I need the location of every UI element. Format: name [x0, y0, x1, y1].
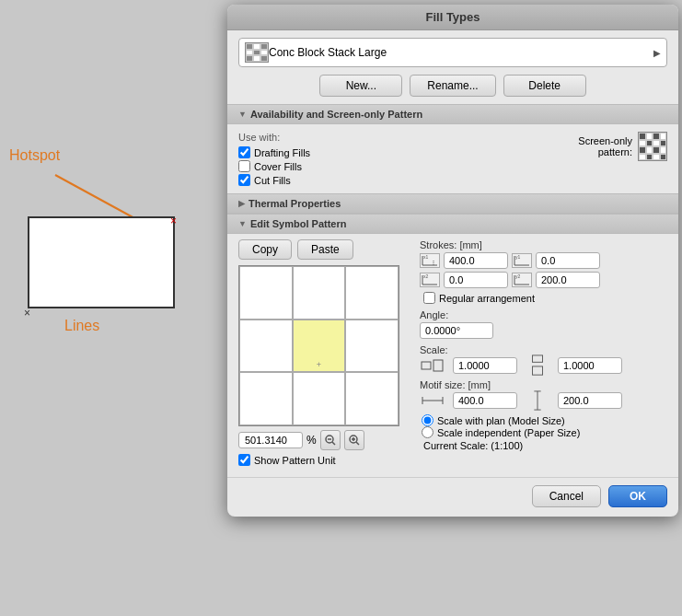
- angle-section: Angle:: [420, 309, 667, 339]
- x2-axis-icon: x2: [420, 273, 440, 287]
- rename-button[interactable]: Rename...: [410, 75, 495, 97]
- grid-cell-2-2[interactable]: [345, 372, 399, 425]
- pattern-selector[interactable]: Conc Block Stack Large ▶: [238, 38, 667, 67]
- zoom-in-button[interactable]: [344, 430, 364, 450]
- cancel-button[interactable]: Cancel: [532, 485, 601, 507]
- svg-text:x1: x1: [423, 254, 429, 260]
- grid-cell-1-2[interactable]: [345, 320, 399, 373]
- paper-size-label: Scale independent (Paper Size): [437, 427, 580, 438]
- strokes-x2-row: x2 y2: [420, 272, 667, 288]
- angle-input[interactable]: [420, 322, 493, 339]
- paper-size-row: Scale independent (Paper Size): [422, 426, 667, 438]
- drafting-fills-row: Drafting Fills: [238, 146, 310, 158]
- scale-x-input[interactable]: [453, 357, 517, 374]
- screen-only-label: Screen-only: [578, 135, 632, 146]
- strokes-x1-row: x1 y1: [420, 252, 667, 269]
- grid-cell-1-0[interactable]: [239, 320, 293, 373]
- thermal-section-header: ▶ Thermal Properties: [227, 193, 678, 214]
- origin-cross-icon: ×: [24, 307, 30, 320]
- dialog-footer: Cancel OK: [227, 477, 678, 517]
- copy-button[interactable]: Copy: [238, 239, 292, 260]
- thermal-header-label: Thermal Properties: [249, 198, 341, 209]
- model-size-label: Scale with plan (Model Size): [437, 415, 565, 426]
- use-with-label: Use with:: [238, 132, 310, 143]
- regular-arrangement-checkbox[interactable]: [423, 292, 435, 304]
- grid-cell-1-1[interactable]: +: [293, 320, 346, 373]
- model-size-radio[interactable]: [422, 414, 433, 426]
- scale-x-icon: [420, 357, 445, 374]
- motif-size-label: Motif size: [mm]: [420, 379, 667, 390]
- availability-collapse-icon: ▼: [238, 110, 247, 119]
- x1-input[interactable]: [444, 252, 508, 269]
- grid-cell-2-1[interactable]: [293, 372, 346, 425]
- drafting-fills-checkbox[interactable]: [238, 146, 250, 158]
- paste-button[interactable]: Paste: [297, 239, 353, 260]
- cover-fills-label: Cover Fills: [254, 161, 302, 172]
- availability-content: Use with: Drafting Fills Cover Fills Cut…: [238, 124, 667, 193]
- ok-button[interactable]: OK: [608, 485, 667, 507]
- svg-rect-25: [532, 366, 542, 375]
- hotspot-cross-icon: ×: [170, 215, 177, 227]
- properties-panel: Strokes: [mm] x1: [420, 239, 667, 466]
- scale-options-section: Scale with plan (Model Size) Scale indep…: [420, 414, 667, 451]
- motif-height-icon: [525, 392, 550, 409]
- motif-size-row: [420, 392, 667, 409]
- grid-cell-2-0[interactable]: [239, 372, 293, 425]
- zoom-out-icon: [325, 435, 336, 446]
- pattern-illustration: [28, 216, 175, 308]
- strokes-label: Strokes: [mm]: [420, 239, 667, 250]
- pattern-dropdown-arrow-icon: ▶: [653, 48, 661, 58]
- model-size-row: Scale with plan (Model Size): [422, 414, 667, 426]
- show-pattern-checkbox[interactable]: [238, 454, 250, 466]
- pattern-name: Conc Block Stack Large: [269, 46, 653, 59]
- regular-arrangement-label: Regular arrangement: [439, 293, 535, 304]
- thermal-expand-icon: ▶: [238, 199, 245, 208]
- y2-input[interactable]: [536, 272, 600, 288]
- screen-only-block: Screen-only pattern:: [578, 132, 667, 161]
- edit-pattern-collapse-icon: ▼: [238, 219, 247, 228]
- svg-rect-24: [532, 355, 542, 362]
- x1-axis-icon: x1: [420, 253, 440, 268]
- cover-fills-row: Cover Fills: [238, 160, 310, 172]
- edit-pattern-header-label: Edit Symbol Pattern: [250, 218, 347, 229]
- pattern-editor: Copy Paste +: [238, 239, 409, 466]
- screen-only-pattern-icon: [638, 132, 667, 161]
- pattern-grid[interactable]: +: [238, 265, 399, 426]
- cut-fills-checkbox[interactable]: [238, 174, 250, 186]
- zoom-out-button[interactable]: [320, 430, 341, 450]
- availability-header-label: Availability and Screen-only Pattern: [250, 109, 422, 120]
- grid-cell-0-2[interactable]: [345, 266, 399, 320]
- grid-cell-0-1[interactable]: [293, 266, 346, 320]
- edit-pattern-content: Copy Paste +: [238, 239, 667, 466]
- delete-button[interactable]: Delete: [503, 75, 586, 97]
- x2-input[interactable]: [444, 272, 508, 288]
- y1-axis-icon: y1: [512, 253, 532, 268]
- scale-section: Scale:: [420, 344, 667, 374]
- motif-height-input[interactable]: [558, 392, 622, 409]
- screen-only-pattern-label: pattern:: [578, 146, 632, 157]
- svg-text:x2: x2: [423, 273, 429, 279]
- strokes-section: Strokes: [mm] x1: [420, 239, 667, 304]
- grid-cell-0-0[interactable]: [239, 266, 293, 320]
- new-button[interactable]: New...: [319, 75, 402, 97]
- action-buttons: New... Rename... Delete: [238, 75, 667, 97]
- motif-width-icon: [420, 392, 445, 409]
- paper-size-radio[interactable]: [422, 426, 433, 438]
- pattern-icon: [245, 42, 269, 63]
- svg-rect-23: [433, 360, 443, 371]
- zoom-input[interactable]: [238, 432, 303, 448]
- cover-fills-checkbox[interactable]: [238, 160, 250, 172]
- motif-width-input[interactable]: [453, 392, 517, 409]
- svg-text:y2: y2: [515, 273, 521, 279]
- use-with-block: Use with: Drafting Fills Cover Fills Cut…: [238, 132, 310, 186]
- svg-line-4: [332, 442, 335, 445]
- fill-types-dialog: Fill Types Conc Block Stack Large ▶ New.…: [227, 5, 678, 517]
- cut-fills-row: Cut Fills: [238, 174, 310, 186]
- scale-y-input[interactable]: [558, 357, 622, 374]
- zoom-percent-label: %: [306, 434, 317, 447]
- y1-input[interactable]: [536, 252, 600, 269]
- lines-label: Lines: [64, 318, 99, 334]
- svg-line-8: [356, 442, 359, 445]
- svg-rect-22: [422, 362, 431, 369]
- angle-label: Angle:: [420, 309, 667, 320]
